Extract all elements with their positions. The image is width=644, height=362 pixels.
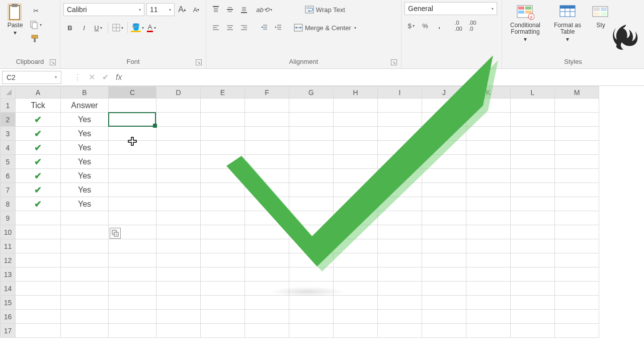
font-color-button[interactable]: A▾	[145, 21, 158, 34]
col-header-G[interactable]: G	[289, 86, 334, 99]
increase-indent-button[interactable]	[272, 21, 285, 34]
row-header-8[interactable]: 8	[1, 197, 16, 211]
cell-styles-button[interactable]: Sty	[590, 2, 612, 30]
cell-C3[interactable]	[109, 127, 156, 141]
underline-button[interactable]: U▾	[92, 21, 105, 34]
cell-C1[interactable]	[109, 99, 156, 113]
row-header-12[interactable]: 12	[1, 253, 16, 267]
col-header-H[interactable]: H	[334, 86, 378, 99]
merge-center-button[interactable]: Merge & Center ▾	[291, 20, 359, 35]
cut-button[interactable]: ✂	[29, 4, 42, 17]
cell-B3[interactable]: Yes	[61, 127, 109, 141]
fx-button[interactable]: fx	[116, 73, 122, 82]
row-header-5[interactable]: 5	[1, 155, 16, 169]
svg-marker-39	[308, 10, 309, 12]
decrease-indent-button[interactable]	[258, 21, 271, 34]
cell-A5[interactable]: ✔	[16, 155, 61, 169]
bold-button[interactable]: B	[63, 21, 76, 34]
cell-B7[interactable]: Yes	[61, 183, 109, 197]
grow-font-button[interactable]: A▴	[176, 3, 189, 16]
row-header-14[interactable]: 14	[1, 282, 16, 296]
italic-button[interactable]: I	[77, 21, 91, 34]
cell-A7[interactable]: ✔	[16, 183, 61, 197]
fx-divider-icon: ⋮	[73, 72, 82, 82]
percent-button[interactable]: %	[419, 19, 432, 32]
col-header-L[interactable]: L	[511, 86, 555, 99]
cell-B6[interactable]: Yes	[61, 169, 109, 183]
orientation-button[interactable]: ab⟲▾	[258, 3, 271, 16]
col-header-B[interactable]: B	[61, 86, 109, 99]
cell-A8[interactable]: ✔	[16, 197, 61, 211]
cell-A3[interactable]: ✔	[16, 127, 61, 141]
number-format-combo[interactable]: General▾	[405, 2, 497, 15]
row-header-10[interactable]: 10	[1, 225, 16, 239]
row-header-2[interactable]: 2	[1, 113, 16, 127]
table-icon	[558, 3, 577, 21]
cell-A6[interactable]: ✔	[16, 169, 61, 183]
col-header-F[interactable]: F	[245, 86, 289, 99]
select-all-corner[interactable]	[1, 86, 16, 99]
row-header-4[interactable]: 4	[1, 141, 16, 155]
spreadsheet-grid[interactable]: A B C D E F G H I J K L M 1 Tick Answer …	[0, 86, 599, 338]
cell-B2[interactable]: Yes	[61, 113, 109, 127]
row-header-7[interactable]: 7	[1, 183, 16, 197]
cell-A1[interactable]: Tick	[16, 99, 61, 113]
autofill-options-button[interactable]: +	[110, 228, 121, 239]
align-top-button[interactable]	[209, 3, 222, 16]
col-header-M[interactable]: M	[555, 86, 599, 99]
cancel-formula-button[interactable]: ✕	[89, 72, 95, 82]
paste-button[interactable]: Paste ▾	[3, 2, 27, 37]
col-header-A[interactable]: A	[16, 86, 61, 99]
formula-input[interactable]	[131, 71, 644, 84]
cell-A4[interactable]: ✔	[16, 141, 61, 155]
col-header-I[interactable]: I	[378, 86, 422, 99]
clipboard-launcher-icon[interactable]: ↘	[50, 59, 56, 65]
row-header-9[interactable]: 9	[1, 211, 16, 225]
svg-rect-5	[32, 35, 38, 38]
font-size-combo[interactable]: 11▾	[146, 3, 175, 16]
align-center-button[interactable]	[223, 21, 236, 34]
cell-A2[interactable]: ✔	[16, 113, 61, 127]
increase-decimal-button[interactable]: .0.00	[452, 19, 465, 32]
conditional-formatting-button[interactable]: ≠ Conditional Formatting ▾	[505, 2, 545, 44]
currency-button[interactable]: $▾	[405, 19, 418, 32]
enter-formula-button[interactable]: ✔	[102, 72, 109, 82]
col-header-C[interactable]: C	[109, 86, 156, 99]
copy-button[interactable]: ▾	[29, 18, 42, 31]
font-launcher-icon[interactable]: ↘	[196, 59, 202, 65]
wrap-text-button[interactable]: Wrap Text	[291, 2, 359, 17]
name-box[interactable]: C2 ▾	[2, 71, 61, 84]
col-header-D[interactable]: D	[156, 86, 201, 99]
worksheet[interactable]: A B C D E F G H I J K L M 1 Tick Answer …	[0, 86, 644, 338]
svg-rect-4	[32, 23, 37, 29]
format-painter-button[interactable]	[29, 32, 42, 45]
font-name-combo[interactable]: Calibri▾	[63, 3, 144, 16]
align-bottom-button[interactable]	[237, 3, 251, 16]
decrease-decimal-button[interactable]: .00.0	[466, 19, 479, 32]
row-header-16[interactable]: 16	[1, 310, 16, 324]
align-middle-button[interactable]	[223, 3, 236, 16]
cell-C2[interactable]	[109, 113, 156, 127]
col-header-E[interactable]: E	[201, 86, 245, 99]
comma-style-button[interactable]: ,	[433, 19, 446, 32]
row-header-1[interactable]: 1	[1, 99, 16, 113]
borders-button[interactable]: ▾	[111, 21, 124, 34]
row-header-6[interactable]: 6	[1, 169, 16, 183]
align-right-button[interactable]	[237, 21, 251, 34]
format-as-table-button[interactable]: Format as Table ▾	[547, 2, 588, 44]
cell-B8[interactable]: Yes	[61, 197, 109, 211]
row-header-13[interactable]: 13	[1, 267, 16, 282]
cell-B1[interactable]: Answer	[61, 99, 109, 113]
row-header-11[interactable]: 11	[1, 239, 16, 253]
col-header-J[interactable]: J	[422, 86, 466, 99]
row-header-17[interactable]: 17	[1, 324, 16, 338]
shrink-font-button[interactable]: A▾	[190, 3, 203, 16]
cell-B4[interactable]: Yes	[61, 141, 109, 155]
alignment-launcher-icon[interactable]: ↘	[391, 59, 397, 65]
align-left-button[interactable]	[209, 21, 222, 34]
row-header-15[interactable]: 15	[1, 296, 16, 310]
row-header-3[interactable]: 3	[1, 127, 16, 141]
col-header-K[interactable]: K	[466, 86, 511, 99]
cell-B5[interactable]: Yes	[61, 155, 109, 169]
fill-color-button[interactable]: 🪣▾	[131, 21, 144, 34]
